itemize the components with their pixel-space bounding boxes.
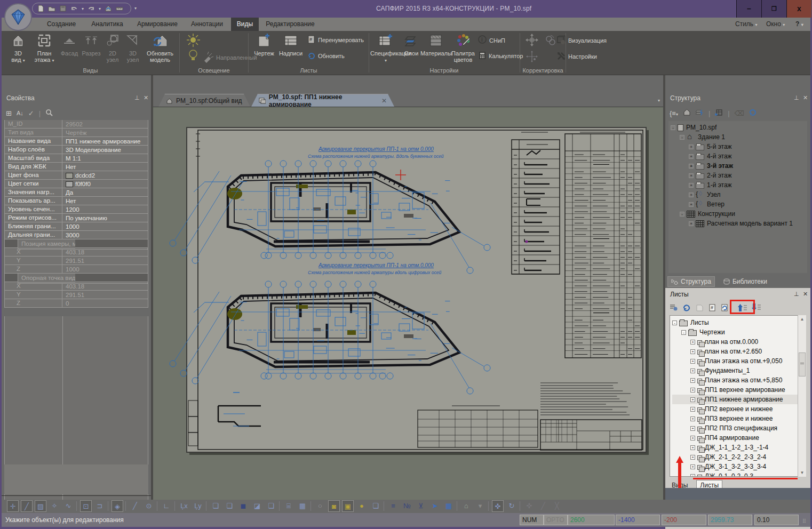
categorize-icon[interactable]: ⊞ bbox=[6, 109, 12, 117]
property-row[interactable]: Ближняя грани... 1000 bbox=[4, 222, 148, 231]
toolbar-icon-25[interactable]: ≡ bbox=[387, 500, 399, 512]
sheet-tree-item[interactable]: - Листы bbox=[672, 318, 806, 327]
structure-pin-icon[interactable]: ⊥ bbox=[794, 94, 799, 101]
toolbar-icon-9[interactable]: ⊙ bbox=[143, 500, 155, 512]
tab-reinforcement[interactable]: Армирование bbox=[132, 18, 183, 31]
toolbar-icon-32[interactable]: ✜ bbox=[492, 500, 504, 512]
toolbar-icon-20[interactable]: ○ bbox=[314, 500, 326, 512]
toolbar-icon-34[interactable]: ✜ bbox=[523, 500, 535, 512]
tab-annotations[interactable]: Аннотации bbox=[185, 18, 229, 31]
structure-tree-item[interactable]: + 2-й этаж bbox=[671, 171, 807, 180]
structure-tree-item[interactable]: + Расчетная модель вариант 1 bbox=[671, 219, 807, 228]
app-logo[interactable] bbox=[4, 3, 32, 31]
toolbar-icon-1[interactable]: ╱ bbox=[21, 500, 33, 512]
renumber-sheet-icon[interactable]: # bbox=[708, 304, 716, 313]
layers-button[interactable]: Слои bbox=[402, 33, 420, 57]
facade-button[interactable]: Фасад bbox=[59, 33, 79, 57]
toolbar-icon-22[interactable]: ▣ bbox=[342, 500, 354, 512]
toolbar-icon-19[interactable]: ▦ bbox=[297, 500, 308, 512]
structure-tree-item[interactable]: - Здание 1 bbox=[671, 132, 807, 142]
open-file-icon[interactable] bbox=[48, 5, 55, 12]
property-row[interactable]: Опорная точка вида, мм bbox=[4, 274, 148, 282]
undo-dropdown[interactable]: ▾ bbox=[82, 6, 84, 11]
property-row[interactable]: Z 0 bbox=[4, 299, 148, 308]
undo-icon[interactable] bbox=[70, 5, 78, 12]
structure-close-icon[interactable]: ✕ bbox=[803, 94, 808, 101]
sheet-tree-item[interactable]: + ПП2 ПП3 спецификация bbox=[672, 423, 806, 433]
close-tab-icon[interactable]: ✕ bbox=[381, 97, 387, 105]
2d-node-button[interactable]: 2Dузел bbox=[103, 33, 122, 63]
pin-icon[interactable]: ⊥ bbox=[134, 94, 140, 101]
toolbar-icon-29[interactable]: ▦ bbox=[443, 500, 455, 512]
toolbar-icon-33[interactable]: ↻ bbox=[506, 500, 518, 512]
section-button[interactable]: Разрез bbox=[81, 33, 102, 57]
toolbar-icon-27[interactable]: ⊻ bbox=[415, 500, 427, 512]
toolbar-icon-28[interactable]: ➤ bbox=[429, 500, 441, 512]
save-icon[interactable] bbox=[59, 5, 67, 12]
renumber-button[interactable]: # Перенумеровать bbox=[307, 35, 364, 45]
calculator-button[interactable]: Калькулятор bbox=[478, 51, 523, 61]
resize-grip[interactable]: ⠿ bbox=[802, 518, 806, 524]
sheets-refresh-icon[interactable] bbox=[683, 304, 691, 313]
property-row[interactable]: Набор слоёв 3D Моделирование bbox=[4, 146, 148, 154]
structure-tree-item[interactable]: + Узел bbox=[671, 190, 807, 199]
update-model-button[interactable]: Обновитьмодель bbox=[144, 33, 177, 63]
update-sheet-icon[interactable] bbox=[721, 304, 729, 313]
toolbar-icon-11[interactable]: Ļx bbox=[178, 500, 190, 512]
qat-more-dropdown[interactable]: ▾ bbox=[134, 6, 137, 11]
sheet-tree-item[interactable]: + ПП1 нижнее армирование bbox=[672, 395, 806, 404]
sheets-close-icon[interactable]: ✕ bbox=[803, 291, 808, 298]
floor-plan-button[interactable]: Планэтажа ▾ bbox=[31, 33, 57, 64]
property-row[interactable]: Дальняя грани... 3000 bbox=[4, 231, 148, 239]
toolbar-icon-14[interactable]: ❏ bbox=[224, 500, 235, 512]
sheet-tree-item[interactable]: + Фундаменты_1 bbox=[672, 366, 806, 375]
sheet-tree-item[interactable]: + План этажа на отм.+5,850 bbox=[672, 375, 806, 385]
move-icon[interactable] bbox=[526, 34, 538, 49]
property-row[interactable]: Позиция камеры, мм bbox=[4, 239, 148, 248]
property-row[interactable]: Показывать ар... Нет bbox=[4, 197, 148, 205]
sheet-tree-item[interactable]: + План этажа на отм.+9,050 bbox=[672, 356, 806, 366]
toolbar-icon-17[interactable]: ❏ bbox=[265, 500, 277, 512]
property-row[interactable]: M_ID 29502 bbox=[4, 120, 148, 129]
structure-tree-item[interactable]: + 4-й этаж bbox=[671, 151, 807, 161]
sheet-tree-item[interactable]: + ПП4 армирование bbox=[672, 433, 806, 443]
tab-list-dropdown[interactable]: ▾ bbox=[658, 98, 660, 103]
toolbar-icon-6[interactable]: ⊐ bbox=[94, 500, 106, 512]
toolbar-icon-31[interactable]: ▾ bbox=[474, 500, 486, 512]
toolbar-icon-4[interactable]: ∿ bbox=[62, 500, 74, 512]
menu-style[interactable]: Стиль ▾ bbox=[735, 18, 757, 31]
doc-tab-general-view[interactable]: PM_10.spf:Общий вид bbox=[158, 94, 250, 107]
toolbar-icon-10[interactable]: ∟ bbox=[161, 500, 172, 512]
sheet-tree-item[interactable]: + ДЖ_1-1_1-2_1-3_-1-4 bbox=[672, 443, 806, 452]
sheets-scrollbar[interactable]: ▲ ▼ bbox=[798, 315, 806, 477]
specifications-button[interactable]: Спецификации▾ bbox=[370, 33, 401, 64]
property-row[interactable]: Масштаб вида М 1:1 bbox=[4, 154, 148, 163]
toolbar-icon-35[interactable]: ╱ bbox=[537, 500, 549, 512]
property-row[interactable]: Y 291.51 bbox=[4, 257, 148, 265]
snip-button[interactable]: i СНиП bbox=[478, 35, 505, 45]
toolbar-icon-15[interactable]: ◼ bbox=[237, 500, 249, 512]
doc-tab-pp1[interactable]: PM_10.spf: ПП1 нижнее армирование ✕ bbox=[251, 94, 394, 107]
sheet-tree-item[interactable]: + ПП1 верхнее армирование bbox=[672, 385, 806, 395]
drawing-button[interactable]: Чертеж bbox=[252, 33, 276, 57]
structure-tree-item[interactable]: + 3-й этаж bbox=[671, 161, 807, 171]
toolbar-icon-0[interactable]: ✛ bbox=[7, 500, 19, 512]
palette-button[interactable]: Палитрацветов bbox=[450, 33, 476, 63]
toolbar-icon-26[interactable]: № bbox=[401, 500, 413, 512]
sheet-tree-item[interactable]: + ПП3 верхнее и нижнее bbox=[672, 414, 806, 423]
sheet-tree-item[interactable]: + план на отм.0.000 bbox=[672, 337, 806, 347]
close-button[interactable]: x bbox=[786, 0, 811, 18]
toolbar-icon-30[interactable]: ⌂ bbox=[460, 500, 472, 512]
add-model-icon[interactable] bbox=[715, 109, 723, 117]
tab-views[interactable]: Виды bbox=[231, 18, 259, 31]
filter-icon[interactable]: {≡▾ bbox=[670, 109, 678, 117]
property-row[interactable]: Z 1000 bbox=[4, 265, 148, 274]
toolbar-icon-7[interactable]: ◈ bbox=[112, 500, 123, 512]
tab-analytics[interactable]: Аналитика bbox=[85, 18, 130, 31]
maximize-button[interactable]: ❐ bbox=[761, 0, 786, 18]
drawing-canvas[interactable]: Армирование перекрытия ПП-1 на отм 0,000… bbox=[153, 107, 663, 513]
toolbar-icon-12[interactable]: Ļy bbox=[192, 500, 204, 512]
sheet-tree-item[interactable]: + ДЖ_3-1_3-2_3-3_3-4 bbox=[672, 462, 806, 471]
toolbar-icon-5[interactable]: ⊡ bbox=[80, 500, 92, 512]
ruler-icon[interactable] bbox=[116, 5, 123, 12]
